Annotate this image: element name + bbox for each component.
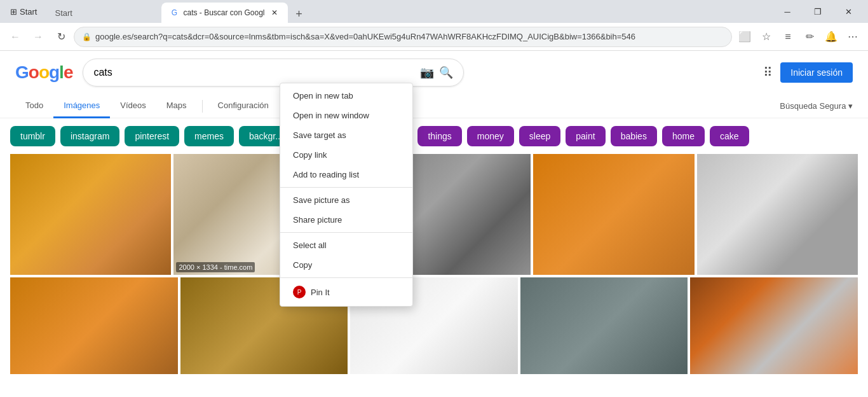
pin-it-label: Pin It — [311, 288, 330, 297]
chip-memes[interactable]: memes — [184, 126, 234, 146]
image-1[interactable] — [10, 154, 171, 275]
busqueda-segura-link[interactable]: Búsqueda Segura ▾ — [780, 101, 853, 111]
tab-inactive[interactable]: Start — [47, 3, 161, 23]
search-icon[interactable]: 🔍 — [439, 66, 453, 80]
chip-tumblr[interactable]: tumblr — [10, 126, 55, 146]
forward-button[interactable]: → — [28, 27, 48, 47]
chip-pinterest[interactable]: pinterest — [125, 126, 179, 146]
context-save-target[interactable]: Save target as — [280, 125, 412, 145]
chip-paint[interactable]: paint — [566, 126, 605, 146]
image-label: 2000 × 1334 - time.com — [176, 262, 255, 272]
minimize-button[interactable]: ─ — [773, 1, 802, 22]
nav-tabs: Todo Imágenes Vídeos Maps Configuración … — [0, 94, 868, 118]
refresh-button[interactable]: ↻ — [51, 27, 71, 47]
nav-divider — [202, 100, 203, 113]
tab-videos[interactable]: Vídeos — [110, 94, 156, 118]
image-grid-row2 — [0, 275, 868, 374]
image-5[interactable] — [697, 154, 858, 275]
category-chips: tumblr instagram pinterest memes backgr.… — [0, 118, 868, 154]
more-button[interactable]: ⋯ — [843, 27, 863, 47]
context-divider-3 — [280, 277, 412, 278]
tab-favicon: G — [169, 8, 179, 18]
chip-instagram[interactable]: instagram — [60, 126, 119, 146]
pinterest-icon: P — [293, 286, 306, 298]
chip-babies[interactable]: babies — [611, 126, 657, 146]
context-copy[interactable]: Copy — [280, 255, 412, 275]
notifications-button[interactable]: 🔔 — [821, 27, 841, 47]
new-tab-button[interactable]: + — [290, 5, 308, 23]
context-add-reading-list[interactable]: Add to reading list — [280, 165, 412, 185]
context-divider-2 — [280, 232, 412, 233]
start-button[interactable]: ⊞ Start — [5, 4, 42, 19]
context-menu: Open in new tab Open in new window Save … — [280, 83, 413, 307]
windows-icon: ⊞ — [10, 7, 17, 17]
context-open-new-window[interactable]: Open in new window — [280, 106, 412, 125]
google-logo: Google — [15, 62, 72, 83]
signin-button[interactable]: Iniciar sesión — [780, 62, 853, 83]
tab-inactive-label: Start — [55, 8, 72, 18]
context-open-new-tab[interactable]: Open in new tab — [280, 86, 412, 106]
bookmark-button[interactable]: ☆ — [756, 27, 776, 47]
context-select-all[interactable]: Select all — [280, 235, 412, 255]
search-input[interactable] — [93, 67, 415, 78]
context-share-picture[interactable]: Share picture — [280, 210, 412, 230]
chip-cake[interactable]: cake — [710, 126, 749, 146]
context-save-picture[interactable]: Save picture as — [280, 190, 412, 210]
tab-close-button[interactable]: ✕ — [269, 7, 280, 18]
chip-home[interactable]: home — [662, 126, 705, 146]
reader-button[interactable]: ⬜ — [735, 27, 755, 47]
tab-configuracion[interactable]: Configuración — [208, 94, 279, 118]
context-copy-link[interactable]: Copy link — [280, 145, 412, 165]
tab-todo[interactable]: Todo — [15, 94, 53, 118]
camera-icon[interactable]: 📷 — [420, 66, 434, 80]
restore-button[interactable]: ❐ — [803, 1, 832, 22]
image-9[interactable] — [520, 277, 688, 374]
image-grid-row1: 2000 × 1334 - time.com — [0, 154, 868, 275]
tab-maps[interactable]: Maps — [156, 94, 197, 118]
tab-active[interactable]: G cats - Buscar con Googl ✕ — [161, 3, 287, 23]
apps-grid-icon[interactable]: ⠿ — [763, 65, 773, 80]
url-text: google.es/search?q=cats&dcr=0&source=lnm… — [95, 32, 635, 41]
tab-active-label: cats - Buscar con Googl — [183, 8, 264, 17]
tab-imagenes[interactable]: Imágenes — [53, 94, 110, 118]
image-10[interactable] — [690, 277, 858, 374]
chip-things[interactable]: things — [417, 126, 461, 146]
chip-money[interactable]: money — [467, 126, 514, 146]
back-button[interactable]: ← — [5, 27, 25, 47]
pen-button[interactable]: ✏ — [799, 27, 820, 47]
image-4[interactable] — [533, 154, 694, 275]
address-bar[interactable]: 🔒 google.es/search?q=cats&dcr=0&source=l… — [74, 27, 732, 47]
context-pin-it[interactable]: P Pin It — [280, 281, 412, 303]
context-divider-1 — [280, 187, 412, 188]
chip-sleep[interactable]: sleep — [519, 126, 560, 146]
image-6[interactable] — [10, 277, 178, 374]
settings-button[interactable]: ≡ — [778, 27, 798, 47]
lock-icon: 🔒 — [82, 32, 92, 41]
close-button[interactable]: ✕ — [834, 1, 863, 22]
